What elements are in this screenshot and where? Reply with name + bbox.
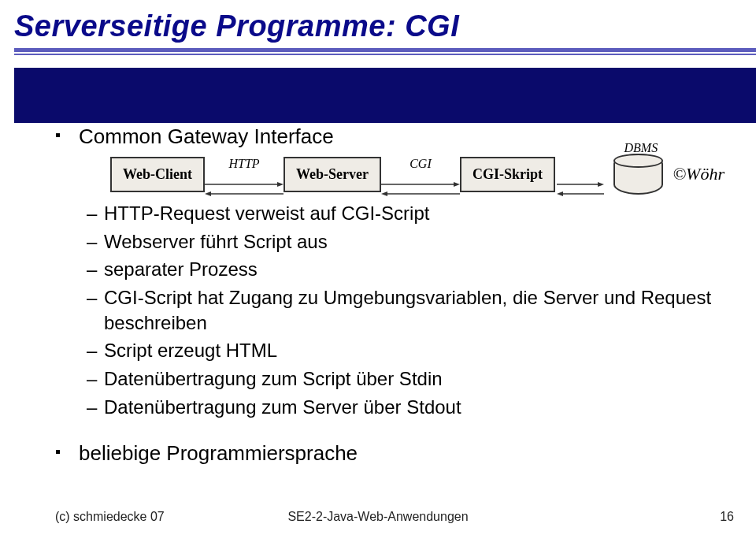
svg-marker-3	[205, 191, 211, 196]
footer-left: (c) schmiedecke 07	[55, 510, 165, 524]
arrow-left-icon	[205, 182, 284, 191]
bullet-list-l1: Common Gateway Interface Web-Client HTTP…	[55, 124, 724, 419]
diagram-box-cgiscript: CGI-Skript	[460, 157, 555, 192]
sub-text: HTTP-Request verweist auf CGI-Script	[104, 202, 429, 224]
bullet-lang: beliebige Programmiersprache	[55, 441, 724, 466]
spacer	[55, 427, 724, 441]
sub-item: Script erzeugt HTML	[87, 338, 724, 363]
bullet-list-l1: beliebige Programmiersprache	[55, 441, 724, 466]
sub-item: Datenübertragung zum Server über Stdout	[87, 395, 724, 420]
bullet-lang-text: beliebige Programmiersprache	[79, 441, 358, 465]
slide: Serverseitige Programme: CGI Common Gate…	[0, 0, 756, 535]
bullet-cgi: Common Gateway Interface Web-Client HTTP…	[55, 124, 724, 419]
diagram-label-dbms: DBMS	[624, 141, 658, 155]
diagram-label-http: HTTP	[228, 157, 259, 171]
diagram-label-cgi: CGI	[410, 157, 432, 171]
footer-page-number: 16	[720, 510, 734, 524]
svg-marker-7	[381, 191, 387, 196]
diagram-conn-db	[555, 157, 606, 191]
arrow-right-icon	[205, 173, 284, 182]
arrow-left-icon	[557, 182, 604, 191]
sub-text: CGI-Script hat Zugang zu Umgebungsvariab…	[104, 287, 711, 333]
svg-marker-11	[557, 191, 563, 196]
arrow-right-icon	[557, 173, 604, 182]
sub-text: Datenübertragung zum Server über Stdout	[104, 396, 461, 418]
title-rules	[0, 48, 756, 55]
rule-thick	[14, 48, 756, 52]
content: Common Gateway Interface Web-Client HTTP…	[0, 124, 756, 474]
spacer	[579, 157, 582, 171]
sub-text: separater Prozess	[104, 258, 258, 280]
diagram-box-webserver: Web-Server	[284, 157, 381, 192]
diagram-db-cylinder: DBMS	[613, 154, 664, 195]
sub-text: Script erzeugt HTML	[104, 340, 277, 361]
navy-band	[14, 68, 756, 123]
sub-item: Datenübertragung zum Script über Stdin	[87, 366, 724, 392]
diagram-copyright: ©Wöhr	[673, 164, 724, 184]
sub-text: Datenübertragung zum Script über Stdin	[104, 368, 443, 389]
sub-text: Webserver führt Script aus	[104, 231, 328, 252]
diagram-conn-cgi: CGI	[381, 157, 460, 191]
sub-item: Webserver führt Script aus	[87, 229, 724, 254]
sub-item: CGI-Script hat Zugang zu Umgebungsvariab…	[87, 285, 724, 335]
footer-center: SE2-2-Java-Web-Anwendungen	[287, 510, 468, 524]
arrow-left-icon	[381, 182, 460, 191]
rule-thin	[14, 54, 756, 55]
slide-title: Serverseitige Programme: CGI	[0, 0, 756, 48]
architecture-diagram: Web-Client HTTP Web-Server CGI	[110, 154, 724, 195]
footer: (c) schmiedecke 07 SE2-2-Java-Web-Anwend…	[0, 510, 756, 524]
sub-item: HTTP-Request verweist auf CGI-Script	[87, 201, 724, 226]
sub-item: separater Prozess	[87, 257, 724, 282]
diagram-box-webclient: Web-Client	[110, 157, 205, 192]
arrow-right-icon	[381, 173, 460, 182]
bullet-list-l2: HTTP-Request verweist auf CGI-Script Web…	[87, 201, 724, 419]
diagram-conn-http: HTTP	[205, 157, 284, 191]
bullet-cgi-text: Common Gateway Interface	[79, 124, 334, 148]
title-block: Serverseitige Programme: CGI	[0, 0, 756, 123]
